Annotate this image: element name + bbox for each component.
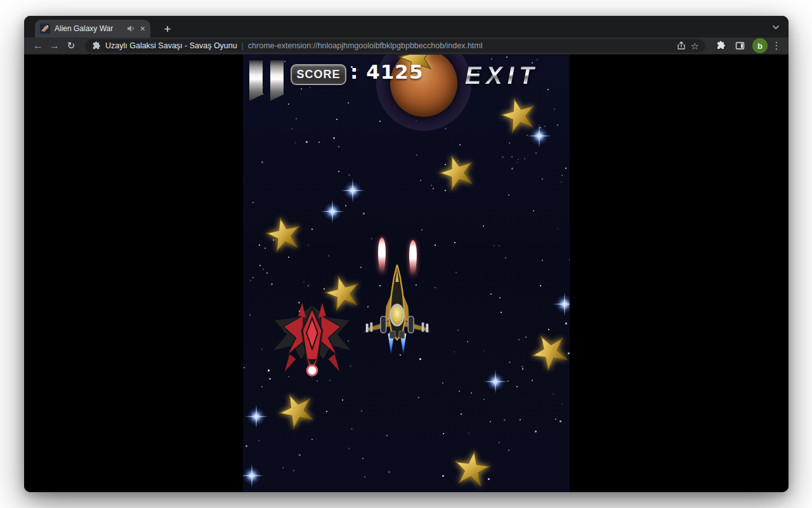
page-url: chrome-extension://hnloapjhmgooloibfbklp… bbox=[248, 41, 672, 50]
score-label: SCORE bbox=[296, 68, 340, 81]
background-star bbox=[420, 180, 421, 181]
background-star bbox=[246, 445, 247, 447]
background-star bbox=[461, 413, 462, 415]
background-star bbox=[501, 312, 502, 313]
background-star bbox=[565, 323, 567, 324]
background-star bbox=[333, 137, 335, 139]
exit-button[interactable]: EXIT bbox=[465, 62, 539, 90]
background-star bbox=[348, 102, 349, 104]
background-star bbox=[259, 265, 261, 266]
background-star bbox=[295, 142, 296, 144]
background-star bbox=[259, 244, 260, 246]
background-star bbox=[557, 228, 558, 229]
sparkle-star bbox=[323, 202, 342, 221]
pause-bar bbox=[270, 60, 284, 101]
background-star bbox=[561, 403, 563, 404]
background-star bbox=[288, 104, 289, 105]
background-star bbox=[518, 159, 519, 160]
sparkle-star bbox=[555, 295, 570, 314]
background-star bbox=[418, 397, 419, 398]
background-star bbox=[483, 350, 485, 351]
background-star bbox=[431, 185, 432, 186]
background-star bbox=[504, 419, 506, 421]
background-star bbox=[284, 61, 285, 62]
favicon-icon bbox=[40, 23, 50, 34]
collectible-star bbox=[453, 449, 491, 487]
content-area: SCORE : 4125 EXIT bbox=[24, 55, 789, 492]
sparkle-star bbox=[486, 372, 505, 391]
background-star bbox=[371, 238, 372, 239]
background-star bbox=[288, 257, 289, 258]
chevron-down-icon[interactable] bbox=[771, 22, 781, 32]
background-star bbox=[522, 368, 523, 370]
background-star bbox=[433, 188, 434, 189]
background-star bbox=[303, 281, 304, 283]
tab-close-icon[interactable]: × bbox=[140, 24, 145, 33]
background-star bbox=[250, 280, 251, 281]
background-star bbox=[494, 245, 495, 246]
background-star bbox=[524, 158, 525, 159]
forward-button[interactable]: → bbox=[47, 38, 62, 53]
tab-audio-icon[interactable] bbox=[127, 25, 136, 32]
background-star bbox=[491, 58, 492, 60]
background-star bbox=[301, 88, 302, 90]
background-star bbox=[282, 467, 284, 469]
new-tab-button[interactable]: + bbox=[160, 22, 175, 37]
bookmark-star-icon[interactable]: ☆ bbox=[691, 41, 699, 51]
address-bar[interactable]: Uzaylı Galaksi Savaşı - Savaş Oyunu | ch… bbox=[85, 39, 705, 53]
back-button[interactable]: ← bbox=[30, 38, 46, 53]
background-star bbox=[308, 285, 309, 286]
sparkle-star bbox=[247, 407, 266, 426]
background-star bbox=[454, 351, 455, 352]
background-star bbox=[445, 128, 447, 130]
background-star bbox=[443, 433, 444, 434]
background-star bbox=[511, 156, 513, 157]
background-star bbox=[525, 337, 527, 338]
game-canvas[interactable]: SCORE : 4125 EXIT bbox=[243, 55, 570, 492]
background-star bbox=[509, 142, 510, 144]
background-star bbox=[511, 168, 513, 170]
background-star bbox=[266, 272, 268, 274]
background-star bbox=[521, 366, 523, 368]
sparkle-star bbox=[243, 466, 261, 485]
collectible-star bbox=[500, 96, 537, 133]
menu-dots-icon[interactable]: ⋮ bbox=[771, 40, 782, 51]
background-star bbox=[363, 213, 365, 215]
background-star bbox=[516, 162, 518, 163]
pause-button[interactable] bbox=[249, 60, 284, 101]
profile-avatar[interactable]: b bbox=[752, 38, 768, 53]
background-star bbox=[345, 205, 346, 206]
background-star bbox=[483, 225, 484, 227]
share-icon[interactable] bbox=[676, 41, 686, 51]
reload-button[interactable]: ↻ bbox=[63, 38, 79, 53]
background-star bbox=[293, 470, 294, 471]
background-star bbox=[296, 118, 297, 119]
page-title: Uzaylı Galaksi Savaşı - Savaş Oyunu bbox=[105, 41, 237, 50]
background-star bbox=[506, 57, 508, 58]
background-star bbox=[516, 386, 518, 387]
background-star bbox=[326, 411, 327, 412]
extensions-icon[interactable] bbox=[716, 41, 726, 51]
background-star bbox=[555, 418, 556, 420]
enemy-ship bbox=[268, 302, 356, 383]
background-star bbox=[490, 421, 491, 422]
background-star bbox=[560, 420, 561, 422]
background-star bbox=[351, 428, 353, 430]
background-star bbox=[499, 442, 500, 443]
tab-alien-galaxy-war[interactable]: Alien Galaxy War × bbox=[35, 20, 150, 37]
background-star bbox=[454, 242, 455, 243]
collectible-star bbox=[265, 215, 302, 252]
background-star bbox=[249, 314, 251, 316]
background-star bbox=[442, 382, 443, 384]
background-star bbox=[308, 244, 309, 246]
background-star bbox=[542, 260, 543, 261]
sparkle-star bbox=[343, 181, 362, 200]
tab-title: Alien Galaxy War bbox=[55, 24, 122, 33]
background-star bbox=[261, 349, 263, 350]
score-button[interactable]: SCORE bbox=[291, 64, 346, 85]
background-star bbox=[261, 161, 263, 163]
side-panel-icon[interactable] bbox=[735, 41, 745, 51]
background-star bbox=[533, 210, 534, 211]
background-star bbox=[291, 128, 292, 130]
collectible-star bbox=[324, 274, 361, 311]
